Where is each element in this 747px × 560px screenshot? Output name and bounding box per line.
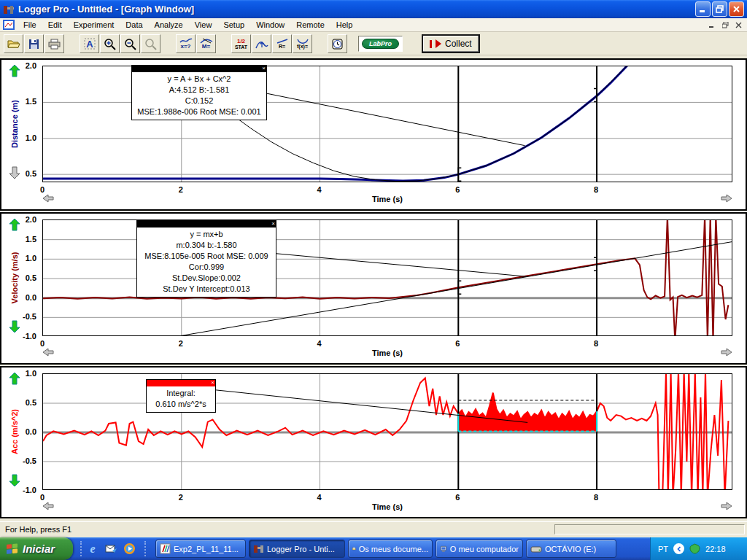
print-button[interactable]: [44, 34, 64, 53]
info-box-close-icon[interactable]: ×: [262, 65, 266, 71]
menu-remote[interactable]: Remote: [290, 19, 330, 31]
taskbar-separator[interactable]: [144, 541, 147, 556]
graph-window-icon: [3, 20, 15, 30]
curve-fit-icon: [297, 39, 309, 44]
tangent-button[interactable]: M=: [196, 34, 216, 53]
windows-flag-icon: [6, 542, 19, 556]
mdi-close-button[interactable]: [732, 20, 745, 31]
menu-help[interactable]: Help: [330, 19, 359, 31]
stat-label: STAT: [235, 44, 247, 50]
menu-window[interactable]: Window: [250, 19, 290, 31]
x-axis-label[interactable]: Time (s): [42, 195, 732, 203]
x-axis-scroll-right-button[interactable]: [721, 192, 732, 206]
logger-pro-icon: [253, 543, 264, 554]
taskbar-item-exp2[interactable]: Exp2_PL_11_11...: [155, 540, 246, 558]
taskbar: Iniciar e Exp2_PL_11_11... Logger Pro - …: [0, 537, 747, 560]
x-axis-label[interactable]: Time (s): [42, 502, 732, 511]
collect-label: Collect: [445, 39, 472, 49]
quick-launch-ie-icon[interactable]: e: [86, 542, 100, 556]
clock[interactable]: 22:18: [705, 545, 726, 553]
taskbar-item-my-documents[interactable]: Os meus docume...: [348, 540, 433, 558]
x-tick-label: 6: [455, 493, 460, 502]
info-box-line: MSE:8.105e-005 Root MSE: 0.009: [139, 251, 274, 262]
quick-launch-media-player-icon[interactable]: [123, 542, 136, 556]
data-collection-button[interactable]: [328, 34, 347, 53]
save-file-button[interactable]: [24, 34, 44, 53]
status-bar: For Help, press F1: [0, 521, 747, 537]
examine-label: x=?: [180, 44, 190, 50]
x-axis-scroll-right-button[interactable]: [721, 346, 732, 359]
menu-analyze[interactable]: Analyze: [149, 19, 189, 31]
labpro-logo: LabPro: [362, 39, 399, 49]
open-file-button[interactable]: [4, 34, 23, 53]
info-box-line: y = mx+b: [139, 229, 274, 240]
close-button[interactable]: [729, 1, 744, 17]
y-tick-label: 1.0: [26, 254, 36, 262]
y-tick-label: 0.5: [26, 273, 36, 282]
statistics-button[interactable]: 1/2 STAT: [231, 34, 251, 53]
y-tick-label: 0.0: [26, 293, 36, 302]
menu-bar: File Edit Experiment Data Analyze View S…: [0, 18, 747, 32]
linear-fit-button[interactable]: R=: [272, 34, 292, 53]
y-tick-label: -1.0: [23, 486, 36, 494]
y-tick-label: 0.5: [26, 169, 36, 178]
quick-launch-outlook-icon[interactable]: [104, 542, 118, 556]
taskbar-separator[interactable]: [80, 541, 82, 556]
restore-button[interactable]: [712, 1, 727, 17]
menu-view[interactable]: View: [189, 19, 218, 31]
x-tick-label: 2: [179, 493, 183, 502]
collect-button[interactable]: Collect: [422, 34, 480, 53]
integral-curve-icon: [255, 38, 268, 50]
start-button[interactable]: Iniciar: [0, 537, 73, 560]
menu-edit[interactable]: Edit: [42, 19, 68, 31]
curve-fit-info-box[interactable]: × y = A + Bx + Cx^2A:4.512 B:-1.581C:0.1…: [131, 65, 267, 120]
menu-data[interactable]: Data: [120, 19, 148, 31]
info-box-line: Cor:0.999: [139, 262, 274, 273]
zoom-in-button[interactable]: [100, 34, 120, 53]
info-box-line: MSE:1.988e-006 Root MSE: 0.001: [133, 106, 265, 117]
curve-fit-button[interactable]: f(x)=: [293, 34, 312, 53]
minimize-button[interactable]: [695, 1, 711, 17]
language-indicator[interactable]: PT: [658, 545, 668, 553]
x-axis-label[interactable]: Time (s): [42, 349, 732, 357]
zoom-autoscale-button[interactable]: [141, 34, 160, 53]
x-axis-scroll-left-button[interactable]: [42, 500, 54, 513]
zoom-out-icon: [124, 38, 136, 50]
info-box-close-icon[interactable]: ×: [271, 220, 275, 227]
tray-antivirus-icon[interactable]: [689, 543, 700, 554]
info-box-line: C:0.152: [133, 96, 265, 106]
y-tick-label: 2.0: [26, 61, 36, 70]
integral-button[interactable]: [252, 34, 271, 53]
collect-arrow-icon: [436, 39, 441, 48]
x-axis-tick-labels: 02468: [42, 339, 732, 348]
open-folder-icon: [7, 39, 20, 49]
info-box-line: y = A + Bx + Cx^2: [133, 74, 265, 85]
status-pane: [554, 524, 745, 534]
mdi-restore-button[interactable]: [719, 20, 732, 31]
y-axis-tick-labels: 0.51.01.52.0: [1, 66, 39, 182]
menu-file[interactable]: File: [18, 19, 42, 31]
graph-panel-velocity: Velocity (m/s) -1.0-0.50.00.51.01.52.0 0…: [0, 212, 747, 365]
info-box-line: Integral:: [148, 388, 214, 399]
text-annotation-button[interactable]: A: [80, 34, 99, 53]
mdi-minimize-button[interactable]: [706, 20, 719, 31]
x-axis-scroll-left-button[interactable]: [42, 346, 54, 359]
linear-fit-info-box[interactable]: × y = mx+bm:0.304 b:-1.580MSE:8.105e-005…: [136, 220, 276, 298]
hide-icons-button[interactable]: [673, 543, 684, 554]
fit-range-bracket: [594, 89, 597, 102]
info-box-close-icon[interactable]: ×: [211, 379, 214, 386]
menu-experiment[interactable]: Experiment: [68, 19, 120, 31]
examine-button[interactable]: x=?: [176, 34, 196, 53]
left-arrow-icon: [42, 502, 54, 510]
chevron-left-icon: [676, 546, 682, 552]
integral-info-box[interactable]: × Integral:0.610 m/s^2*s: [146, 379, 216, 413]
menu-setup[interactable]: Setup: [217, 19, 250, 31]
x-tick-label: 6: [455, 185, 460, 194]
taskbar-item-octavio-drive[interactable]: OCTÁVIO (E:): [526, 540, 616, 558]
x-axis-scroll-left-button[interactable]: [42, 192, 54, 206]
taskbar-item-logger-pro[interactable]: Logger Pro - Unti...: [249, 540, 345, 558]
svg-text:e: e: [90, 542, 95, 555]
x-axis-scroll-right-button[interactable]: [721, 500, 732, 513]
zoom-out-button[interactable]: [120, 34, 140, 53]
taskbar-item-my-computer[interactable]: O meu computador: [436, 540, 523, 558]
